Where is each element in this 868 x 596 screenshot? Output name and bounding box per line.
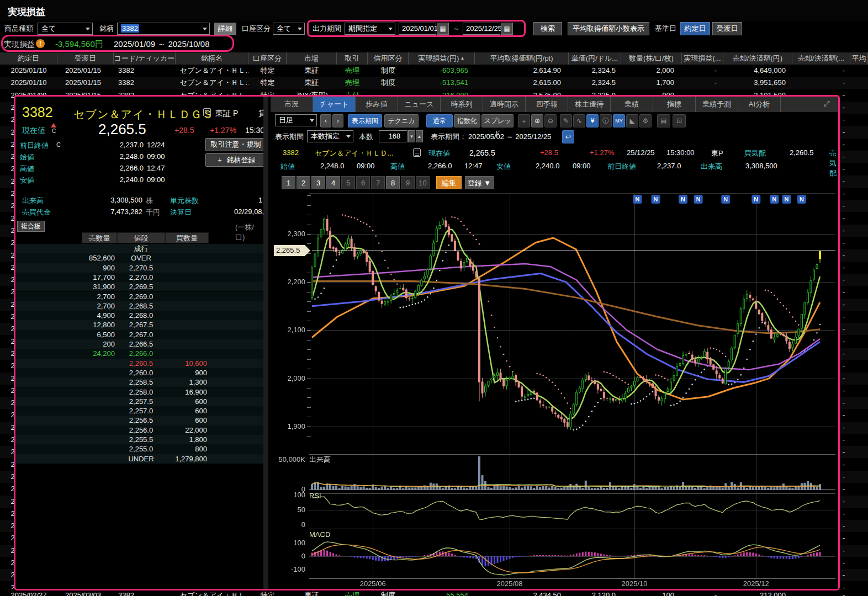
date-to-input[interactable]: 2025/12/25 <box>463 23 500 35</box>
calendar-from-icon[interactable]: ▦ <box>437 23 449 35</box>
display-period-button[interactable]: 表示期間 <box>348 114 382 127</box>
tab-5[interactable]: 適時開示 <box>483 97 526 112</box>
trade-date-button[interactable]: 約定日 <box>680 22 710 35</box>
orderbook-row[interactable]: 2,257.0600 <box>15 406 263 416</box>
count-mode-select[interactable]: 本数指定 <box>307 130 353 142</box>
spread-button[interactable]: スプレッド <box>481 114 514 127</box>
technical-button[interactable]: テクニカル <box>384 114 419 127</box>
period-mode-select[interactable]: 期間指定 <box>345 23 395 35</box>
col-header[interactable]: 平均取得価額(円/pt) <box>475 52 569 65</box>
col-header[interactable]: 数量(株/口/枚) <box>621 52 682 65</box>
zoom-out-icon[interactable]: ⊖ <box>544 114 557 127</box>
col-header[interactable]: 取引 <box>337 52 368 65</box>
area-chart-icon[interactable]: ◣ <box>626 114 638 127</box>
resize-icon[interactable]: ⤢ <box>824 99 829 108</box>
tab-11[interactable]: AI分析 <box>738 97 781 112</box>
add-symbol-button[interactable]: ＋銘柄登録 <box>205 153 266 167</box>
slot-button-2[interactable]: 2 <box>297 176 310 189</box>
orderbook-row[interactable]: 2,260.0900 <box>15 368 263 377</box>
settle-date-button[interactable]: 受渡日 <box>712 22 742 35</box>
table-row[interactable]: 2025/01/102025/01/153382セブン＆アイ・ＨＬ...特定東証… <box>0 77 868 89</box>
list-icon[interactable] <box>203 108 211 116</box>
tab-0[interactable]: 市況 <box>271 97 313 112</box>
orderbook-row[interactable]: 17,7002,270.0 <box>15 273 263 282</box>
orderbook-row[interactable]: 6,5002,267.0 <box>15 330 263 339</box>
orderbook-row[interactable]: 2,258.51,300 <box>15 377 263 387</box>
avg-price-decimal-button[interactable]: 平均取得価額小数表示 <box>568 22 649 35</box>
trade-caution-button[interactable]: 取引注意・規制 <box>205 138 266 151</box>
print-icon[interactable]: ▤ <box>657 114 670 127</box>
col-header[interactable]: 単価(円/ドル... <box>569 52 621 65</box>
slot-button-9[interactable]: 9 <box>401 176 415 189</box>
product-type-select[interactable]: 全て <box>38 23 93 35</box>
slot-button-4[interactable]: 4 <box>326 176 340 189</box>
next-button[interactable]: › <box>332 114 343 127</box>
detail-button[interactable]: 詳細 <box>214 23 236 35</box>
col-header[interactable]: 平均 <box>850 52 868 65</box>
symbol-input[interactable]: 3382 <box>117 23 210 35</box>
my-chart-icon[interactable]: MY <box>613 114 625 127</box>
col-header[interactable]: 口座区分 <box>248 52 287 65</box>
col-header[interactable]: 銘柄名 <box>176 52 248 65</box>
orderbook-row[interactable]: 2,7002,268.5 <box>15 301 263 311</box>
orderbook-row[interactable]: 4,9002,268.0 <box>15 311 263 320</box>
search-button[interactable]: 検索 <box>533 22 562 35</box>
orderbook-row[interactable]: 2,257.5600 <box>15 397 263 406</box>
popout-icon[interactable]: ⊡ <box>673 114 686 127</box>
table-row[interactable]: 2025/01/102025/01/153382セブン＆アイ・ＨＬ...特定東証… <box>0 65 868 77</box>
tab-6[interactable]: 四季報 <box>526 97 568 112</box>
orderbook-row[interactable]: 2002,266.5 <box>15 339 263 349</box>
tab-2[interactable]: 歩み値 <box>356 97 398 112</box>
zoom-in-icon[interactable]: ⊕ <box>531 114 543 127</box>
count-up-icon[interactable]: ▲ <box>416 130 423 142</box>
count-input[interactable]: 168 <box>379 130 407 142</box>
register-button[interactable]: 登録 ▼ <box>465 176 494 189</box>
tab-3[interactable]: ニュース <box>398 97 441 112</box>
settings-icon[interactable]: ⚙ <box>639 114 652 127</box>
orderbook-row[interactable]: 2,260.510,600 <box>15 359 263 368</box>
col-header[interactable]: 売却/決済額(円) <box>723 52 792 65</box>
orderbook-row[interactable]: 12,8002,267.5 <box>15 320 263 329</box>
count-down-icon[interactable]: ▼ <box>408 130 415 142</box>
date-from-input[interactable]: 2025/01/01 <box>399 23 436 35</box>
draw-icon[interactable]: ✎ <box>560 114 572 127</box>
panel-scrollbar[interactable] <box>263 97 268 589</box>
tab-1[interactable]: チャート <box>313 97 356 112</box>
col-header[interactable]: 信用区分 <box>368 52 409 65</box>
slot-button-10[interactable]: 10 <box>416 176 430 189</box>
slot-button-8[interactable]: 8 <box>386 176 400 189</box>
tab-7[interactable]: 株主優待 <box>568 97 611 112</box>
tab-4[interactable]: 時系列 <box>441 97 483 112</box>
calendar-to-icon[interactable]: ▦ <box>501 23 513 35</box>
list-icon[interactable] <box>413 148 421 157</box>
orderbook-row[interactable]: 2,255.51,800 <box>15 435 263 444</box>
orderbook-row[interactable]: 24,2002,266.0 <box>15 349 263 358</box>
orderbook-row[interactable]: 2,255.0800 <box>15 444 263 454</box>
orderbook-row[interactable]: 2,256.022,000 <box>15 425 263 435</box>
orderbook-row[interactable]: 31,9002,269.5 <box>15 282 263 291</box>
composite-board-button[interactable]: 複合板 <box>17 221 45 232</box>
slot-button-6[interactable]: 6 <box>356 176 370 189</box>
slot-button-5[interactable]: 5 <box>341 176 355 189</box>
yen-icon[interactable]: ¥ <box>586 114 599 127</box>
orderbook-row[interactable]: 9002,270.5 <box>15 263 263 273</box>
edit-button[interactable]: 編集 <box>436 176 462 189</box>
normal-button[interactable]: 通常 <box>426 114 453 127</box>
col-header[interactable]: 実現損益(... <box>682 52 723 65</box>
col-header[interactable]: 約定日 <box>0 52 57 65</box>
slot-button-7[interactable]: 7 <box>371 176 385 189</box>
interval-select[interactable]: 日足 <box>275 114 317 126</box>
col-header[interactable]: 実現損益(円) ▲ <box>409 52 475 65</box>
indexed-button[interactable]: 指数化 <box>454 114 480 127</box>
tab-8[interactable]: 業績 <box>611 97 653 112</box>
prev-button[interactable]: ‹ <box>320 114 331 127</box>
tab-10[interactable]: 業績予測 <box>696 97 738 112</box>
crosshair-icon[interactable]: ＋ <box>518 114 530 127</box>
trendline-icon[interactable]: ∿ <box>573 114 585 127</box>
orderbook-row[interactable]: 2,7002,269.0 <box>15 292 263 301</box>
price-chart[interactable] <box>271 190 838 589</box>
tab-9[interactable]: 指標 <box>653 97 696 112</box>
orderbook-row[interactable]: 成行 <box>15 244 263 253</box>
slot-button-3[interactable]: 3 <box>311 176 325 189</box>
col-header[interactable]: コード/ティッカー <box>114 52 176 65</box>
